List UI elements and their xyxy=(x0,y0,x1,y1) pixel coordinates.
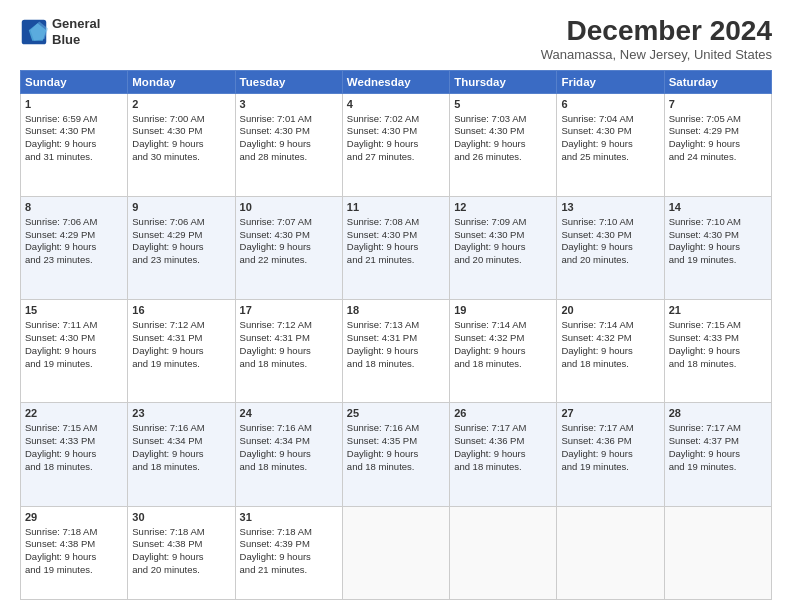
table-row: 31Sunrise: 7:18 AMSunset: 4:39 PMDayligh… xyxy=(235,506,342,599)
logo: General Blue xyxy=(20,16,100,47)
table-row: 30Sunrise: 7:18 AMSunset: 4:38 PMDayligh… xyxy=(128,506,235,599)
logo-icon xyxy=(20,18,48,46)
table-row: 17Sunrise: 7:12 AMSunset: 4:31 PMDayligh… xyxy=(235,300,342,403)
table-row: 6Sunrise: 7:04 AMSunset: 4:30 PMDaylight… xyxy=(557,93,664,196)
col-tuesday: Tuesday xyxy=(235,70,342,93)
col-saturday: Saturday xyxy=(664,70,771,93)
table-row: 15Sunrise: 7:11 AMSunset: 4:30 PMDayligh… xyxy=(21,300,128,403)
table-row xyxy=(664,506,771,599)
calendar-table: Sunday Monday Tuesday Wednesday Thursday… xyxy=(20,70,772,600)
table-row: 5Sunrise: 7:03 AMSunset: 4:30 PMDaylight… xyxy=(450,93,557,196)
table-row: 9Sunrise: 7:06 AMSunset: 4:29 PMDaylight… xyxy=(128,197,235,300)
table-row: 14Sunrise: 7:10 AMSunset: 4:30 PMDayligh… xyxy=(664,197,771,300)
table-row: 26Sunrise: 7:17 AMSunset: 4:36 PMDayligh… xyxy=(450,403,557,506)
table-row: 12Sunrise: 7:09 AMSunset: 4:30 PMDayligh… xyxy=(450,197,557,300)
table-row: 22Sunrise: 7:15 AMSunset: 4:33 PMDayligh… xyxy=(21,403,128,506)
col-monday: Monday xyxy=(128,70,235,93)
header: General Blue December 2024 Wanamassa, Ne… xyxy=(20,16,772,62)
table-row: 16Sunrise: 7:12 AMSunset: 4:31 PMDayligh… xyxy=(128,300,235,403)
page: General Blue December 2024 Wanamassa, Ne… xyxy=(0,0,792,612)
col-friday: Friday xyxy=(557,70,664,93)
table-row: 4Sunrise: 7:02 AMSunset: 4:30 PMDaylight… xyxy=(342,93,449,196)
header-row: Sunday Monday Tuesday Wednesday Thursday… xyxy=(21,70,772,93)
month-title: December 2024 xyxy=(541,16,772,47)
table-row: 25Sunrise: 7:16 AMSunset: 4:35 PMDayligh… xyxy=(342,403,449,506)
table-row: 24Sunrise: 7:16 AMSunset: 4:34 PMDayligh… xyxy=(235,403,342,506)
col-thursday: Thursday xyxy=(450,70,557,93)
table-row xyxy=(342,506,449,599)
col-wednesday: Wednesday xyxy=(342,70,449,93)
table-row: 29Sunrise: 7:18 AMSunset: 4:38 PMDayligh… xyxy=(21,506,128,599)
table-row: 7Sunrise: 7:05 AMSunset: 4:29 PMDaylight… xyxy=(664,93,771,196)
location: Wanamassa, New Jersey, United States xyxy=(541,47,772,62)
table-row: 1Sunrise: 6:59 AMSunset: 4:30 PMDaylight… xyxy=(21,93,128,196)
table-row: 20Sunrise: 7:14 AMSunset: 4:32 PMDayligh… xyxy=(557,300,664,403)
table-row: 8Sunrise: 7:06 AMSunset: 4:29 PMDaylight… xyxy=(21,197,128,300)
table-row xyxy=(557,506,664,599)
table-row: 21Sunrise: 7:15 AMSunset: 4:33 PMDayligh… xyxy=(664,300,771,403)
table-row: 3Sunrise: 7:01 AMSunset: 4:30 PMDaylight… xyxy=(235,93,342,196)
logo-text: General Blue xyxy=(52,16,100,47)
col-sunday: Sunday xyxy=(21,70,128,93)
table-row: 11Sunrise: 7:08 AMSunset: 4:30 PMDayligh… xyxy=(342,197,449,300)
title-block: December 2024 Wanamassa, New Jersey, Uni… xyxy=(541,16,772,62)
table-row: 23Sunrise: 7:16 AMSunset: 4:34 PMDayligh… xyxy=(128,403,235,506)
table-row xyxy=(450,506,557,599)
table-row: 13Sunrise: 7:10 AMSunset: 4:30 PMDayligh… xyxy=(557,197,664,300)
table-row: 2Sunrise: 7:00 AMSunset: 4:30 PMDaylight… xyxy=(128,93,235,196)
table-row: 10Sunrise: 7:07 AMSunset: 4:30 PMDayligh… xyxy=(235,197,342,300)
table-row: 18Sunrise: 7:13 AMSunset: 4:31 PMDayligh… xyxy=(342,300,449,403)
table-row: 19Sunrise: 7:14 AMSunset: 4:32 PMDayligh… xyxy=(450,300,557,403)
table-row: 28Sunrise: 7:17 AMSunset: 4:37 PMDayligh… xyxy=(664,403,771,506)
table-row: 27Sunrise: 7:17 AMSunset: 4:36 PMDayligh… xyxy=(557,403,664,506)
